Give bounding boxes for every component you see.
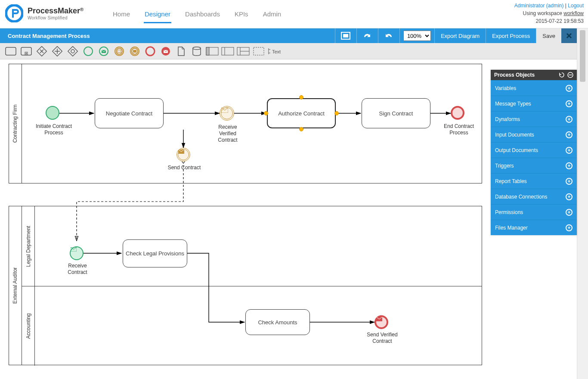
svg-rect-26 <box>222 47 234 55</box>
tool-end-message[interactable] <box>159 45 172 58</box>
logout-link[interactable]: Logout <box>568 3 584 9</box>
svg-point-15 <box>116 48 122 54</box>
tool-end-event[interactable] <box>144 45 157 58</box>
svg-rect-9 <box>68 46 78 56</box>
tool-pool[interactable] <box>206 45 219 58</box>
nav-designer[interactable]: Designer <box>144 8 171 23</box>
svg-rect-16 <box>118 50 121 53</box>
selection-handle[interactable] <box>299 95 303 99</box>
task-check-legal[interactable]: Check Legal Provisions <box>123 239 187 267</box>
user-link[interactable]: Administrator (admin) <box>514 3 564 9</box>
tool-text[interactable]: Text <box>268 45 281 58</box>
task-negotiate[interactable]: Negotiate Contract <box>95 98 164 128</box>
panel-row-permissions[interactable]: Permissions+ <box>491 204 577 220</box>
workspace-label: Using workspace workflow <box>514 9 584 17</box>
tool-start-message[interactable] <box>97 45 110 58</box>
event-start[interactable] <box>46 106 59 120</box>
tool-lane[interactable] <box>221 45 234 58</box>
save-button[interactable]: Save <box>536 28 561 43</box>
add-icon[interactable]: + <box>566 209 573 216</box>
add-icon[interactable]: + <box>566 224 573 231</box>
panel-row-db-connections[interactable]: Database Connections+ <box>491 189 577 204</box>
add-icon[interactable]: + <box>566 100 573 107</box>
panel-row-message-types[interactable]: Message Types+ <box>491 96 577 111</box>
add-icon[interactable]: + <box>566 147 573 154</box>
svg-rect-25 <box>206 47 209 55</box>
logo-tagline: Workflow Simplified <box>28 16 84 20</box>
event-send-contract[interactable] <box>176 148 190 162</box>
shape-shelf: Text <box>0 43 577 59</box>
zoom-select[interactable]: 100% <box>403 31 431 41</box>
app-logo: ProcessMaker® Workflow Simplified <box>5 4 84 22</box>
svg-rect-2 <box>343 34 348 37</box>
tool-task[interactable] <box>4 45 17 58</box>
selection-handle[interactable] <box>299 127 303 131</box>
server-time: 2015-07-22 19:58:53 <box>514 17 584 25</box>
add-icon[interactable]: + <box>566 193 573 200</box>
task-check-amounts[interactable]: Check Amounts <box>245 309 310 335</box>
event-receive-contract[interactable] <box>70 246 84 260</box>
tool-datastore[interactable] <box>190 45 203 58</box>
tool-gateway-inclusive[interactable] <box>66 45 79 58</box>
app-header: ProcessMaker® Workflow Simplified Home D… <box>0 0 588 28</box>
svg-point-10 <box>71 50 74 53</box>
vertical-scrollbar[interactable] <box>577 28 588 379</box>
nav-admin[interactable]: Admin <box>262 8 282 23</box>
tool-start-event[interactable] <box>82 45 95 58</box>
tool-lanes[interactable] <box>237 45 250 58</box>
scrollbar-thumb[interactable] <box>580 30 585 82</box>
panel-row-report-tables[interactable]: Report Tables+ <box>491 173 577 189</box>
task-sign[interactable]: Sign Contract <box>362 98 430 128</box>
selection-handle[interactable] <box>334 111 339 115</box>
svg-point-23 <box>193 47 201 50</box>
add-icon[interactable]: + <box>566 85 573 92</box>
header-meta: Administrator (admin) | Logout Using wor… <box>514 2 584 25</box>
tool-group[interactable] <box>252 45 265 58</box>
svg-rect-4 <box>6 47 16 55</box>
add-icon[interactable]: + <box>566 178 573 185</box>
panel-row-output-documents[interactable]: Output Documents+ <box>491 142 577 158</box>
zoom-control[interactable]: 100% <box>399 28 434 43</box>
export-diagram-button[interactable]: Export Diagram <box>434 28 486 43</box>
task-authorize[interactable]: Authorize Contract <box>267 98 336 128</box>
panel-row-files-manager[interactable]: Files Manager+ <box>491 220 577 235</box>
action-bar: Contract Management Process 100% Export … <box>0 28 577 43</box>
event-end[interactable] <box>451 106 464 120</box>
refresh-icon[interactable] <box>559 72 565 78</box>
close-icon <box>566 32 573 39</box>
svg-point-11 <box>84 47 93 56</box>
nav-kpis[interactable]: KPIs <box>234 8 249 23</box>
logo-text: ProcessMaker® <box>28 6 84 16</box>
redo-button[interactable] <box>356 28 378 43</box>
svg-rect-19 <box>133 50 136 53</box>
tool-subprocess[interactable] <box>20 45 33 58</box>
panel-header[interactable]: Process Objects <box>491 70 577 80</box>
fullscreen-button[interactable] <box>335 28 356 43</box>
nav-home[interactable]: Home <box>112 8 131 23</box>
undo-button[interactable] <box>378 28 399 43</box>
main-nav: Home Designer Dashboards KPIs Admin <box>112 8 282 23</box>
export-process-button[interactable]: Export Process <box>486 28 536 43</box>
panel-row-input-documents[interactable]: Input Documents+ <box>491 127 577 142</box>
tool-doc[interactable] <box>175 45 188 58</box>
tool-intermediate-catch[interactable] <box>113 45 126 58</box>
add-icon[interactable]: + <box>566 162 573 169</box>
panel-title: Process Objects <box>494 72 535 78</box>
panel-row-triggers[interactable]: Triggers+ <box>491 158 577 173</box>
add-icon[interactable]: + <box>566 116 573 123</box>
tool-intermediate-throw[interactable] <box>128 45 141 58</box>
designer-canvas[interactable]: Contracting Firm External Auditor Legal … <box>0 59 577 379</box>
selection-handle[interactable] <box>264 111 268 115</box>
panel-row-dynaforms[interactable]: Dynaforms+ <box>491 111 577 127</box>
tool-gateway-exclusive[interactable] <box>35 45 48 58</box>
nav-dashboards[interactable]: Dashboards <box>184 8 221 23</box>
event-send-verified[interactable] <box>374 315 388 329</box>
add-icon[interactable]: + <box>566 131 573 138</box>
process-objects-panel[interactable]: Process Objects Variables+ Message Types… <box>491 70 577 235</box>
event-receive-verified[interactable] <box>220 106 234 121</box>
close-button[interactable] <box>561 28 577 43</box>
panel-row-variables[interactable]: Variables+ <box>491 80 577 96</box>
tool-gateway-parallel[interactable] <box>51 45 64 58</box>
minimize-icon[interactable] <box>567 72 573 78</box>
svg-point-20 <box>146 47 155 56</box>
